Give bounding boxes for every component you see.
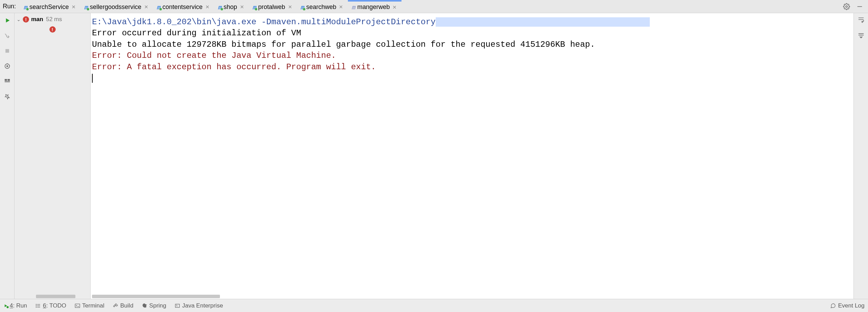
toolwindow-run[interactable]: 4: Run (3, 302, 27, 309)
selection-highlight (436, 17, 650, 27)
close-icon[interactable]: ✕ (205, 4, 210, 10)
test-tree: ⌄ ! man 52 ms ! (15, 13, 91, 299)
tab-label: sellergoodsservice (90, 3, 141, 11)
maven-icon: m (218, 3, 222, 11)
console-command-line: E:\Java\jdk1.8.0_202\bin\java.exe -Dmave… (92, 17, 650, 27)
tab-label: searchService (29, 3, 69, 11)
console-error-line: Error: A fatal exception has occurred. P… (92, 62, 376, 72)
svg-point-12 (36, 305, 36, 306)
run-label: Run: (2, 3, 19, 10)
maven-icon: m (157, 3, 160, 11)
close-icon[interactable]: ✕ (338, 4, 344, 10)
toolwindow-label: 6: TODO (43, 302, 66, 309)
right-toolbar (853, 13, 868, 299)
tab-contentservice[interactable]: m contentservice ✕ (153, 0, 214, 13)
svg-point-11 (36, 304, 36, 304)
text-cursor (92, 74, 93, 83)
stop-icon[interactable] (3, 47, 11, 55)
error-badge-icon: ! (23, 16, 29, 23)
maven-icon: m (351, 3, 355, 11)
maven-icon: m (84, 3, 88, 11)
horizontal-scrollbar[interactable] (91, 294, 853, 299)
tab-label: shop (224, 3, 237, 11)
terminal-icon (75, 303, 80, 309)
minimize-icon[interactable] (856, 3, 863, 10)
top-right-controls (843, 3, 866, 10)
toolwindow-label: Spring (149, 302, 166, 309)
toolwindow-todo[interactable]: 6: TODO (35, 302, 66, 309)
gear-icon[interactable] (843, 3, 850, 10)
toolwindow-label: Build (120, 302, 133, 309)
maven-icon: m (252, 3, 256, 11)
run-config-tabs: m searchService ✕ m sellergoodsservice ✕… (20, 0, 842, 13)
close-icon[interactable]: ✕ (144, 4, 149, 10)
toolwindow-spring[interactable]: Spring (142, 302, 166, 309)
svg-point-4 (7, 65, 8, 66)
chevron-down-icon[interactable]: ⌄ (17, 17, 21, 22)
close-icon[interactable]: ✕ (239, 4, 245, 10)
toolwindow-label: Java Enterprise (182, 302, 223, 309)
tab-protalweb[interactable]: m protalweb ✕ (249, 0, 297, 13)
test-root-row[interactable]: ⌄ ! man 52 ms (15, 13, 90, 24)
toolwindow-label: Terminal (82, 302, 104, 309)
maven-icon: m (301, 3, 304, 11)
svg-rect-5 (4, 79, 7, 81)
svg-point-13 (36, 307, 36, 307)
maven-icon: m (24, 3, 27, 11)
toolwindow-label: 4: Run (10, 302, 27, 309)
tab-label: contentservice (163, 3, 203, 11)
toolwindow-terminal[interactable]: Terminal (75, 302, 104, 309)
step-icon[interactable] (3, 32, 11, 39)
tab-label: protalweb (258, 3, 285, 11)
speech-bubble-icon (830, 303, 836, 309)
play-icon (3, 304, 8, 308)
left-toolbar (0, 13, 15, 299)
spring-icon (142, 303, 147, 309)
tab-sellergoodsservice[interactable]: m sellergoodsservice ✕ (81, 0, 153, 13)
toolwindow-eventlog[interactable]: Event Log (830, 302, 865, 309)
error-badge-icon: ! (49, 26, 56, 33)
list-icon (35, 303, 41, 309)
tab-mangerweb[interactable]: m mangerweb ✕ (348, 0, 401, 13)
console-error-line: Error: Could not create the Java Virtual… (92, 51, 336, 60)
svg-point-0 (846, 6, 848, 7)
scrollbar-thumb[interactable] (92, 295, 220, 298)
toolwindow-label: Event Log (838, 302, 865, 309)
test-duration: 52 ms (45, 16, 62, 23)
hammer-icon (113, 303, 118, 309)
console-panel: E:\Java\jdk1.8.0_202\bin\java.exe -Dmave… (91, 13, 853, 299)
scrollbar-thumb[interactable] (36, 295, 75, 298)
layout-icon[interactable] (3, 78, 11, 85)
test-child-row[interactable]: ! (15, 24, 90, 33)
javaee-icon (175, 303, 180, 309)
close-icon[interactable]: ✕ (71, 4, 76, 10)
test-name: man (31, 16, 43, 23)
close-icon[interactable]: ✕ (287, 4, 293, 10)
svg-rect-14 (75, 304, 80, 307)
console-output[interactable]: E:\Java\jdk1.8.0_202\bin\java.exe -Dmave… (91, 13, 853, 294)
close-icon[interactable]: ✕ (392, 5, 397, 10)
horizontal-scrollbar[interactable] (15, 294, 90, 299)
run-tool-header: Run: m searchService ✕ m sellergoodsserv… (0, 0, 868, 13)
console-line: Error occurred during initialization of … (92, 28, 301, 38)
scroll-to-end-icon[interactable] (857, 32, 865, 39)
status-bar: 4: Run 6: TODO Terminal Build Spring Jav… (0, 299, 868, 312)
main-content: ⌄ ! man 52 ms ! E:\Java\jdk1.8.0_202\bin… (0, 13, 868, 299)
svg-rect-2 (5, 49, 9, 53)
tab-shop[interactable]: m shop ✕ (214, 0, 249, 13)
toolwindow-javaee[interactable]: Java Enterprise (175, 302, 223, 309)
soft-wrap-icon[interactable] (857, 17, 865, 24)
toolwindow-build[interactable]: Build (113, 302, 133, 309)
tab-label: mangerweb (357, 3, 390, 11)
tab-searchservice[interactable]: m searchService ✕ (20, 0, 81, 13)
rerun-icon[interactable] (3, 17, 11, 24)
watch-icon[interactable] (3, 62, 11, 70)
svg-rect-6 (7, 79, 10, 81)
tab-searchweb[interactable]: m searchweb ✕ (297, 0, 348, 13)
tab-label: searchweb (306, 3, 336, 11)
svg-rect-7 (4, 81, 10, 82)
pin-icon[interactable] (3, 93, 11, 100)
console-line: Unable to allocate 129728KB bitmaps for … (92, 40, 595, 49)
